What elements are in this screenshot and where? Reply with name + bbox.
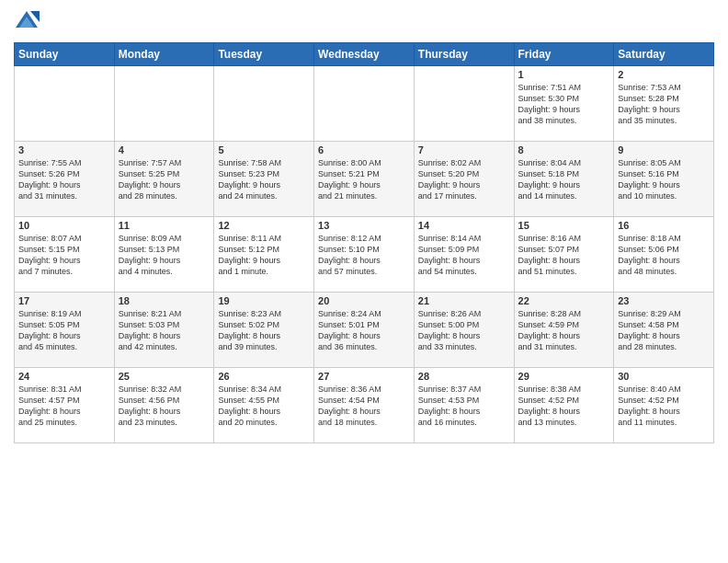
calendar-cell — [114, 66, 214, 142]
day-number: 26 — [218, 371, 310, 382]
calendar-cell: 29Sunrise: 8:38 AM Sunset: 4:52 PM Dayli… — [514, 368, 614, 443]
day-number: 15 — [518, 220, 610, 231]
calendar-cell: 1Sunrise: 7:51 AM Sunset: 5:30 PM Daylig… — [514, 66, 614, 142]
day-info: Sunrise: 8:23 AM Sunset: 5:02 PM Dayligh… — [218, 308, 310, 353]
day-number: 19 — [218, 295, 310, 306]
calendar-week-row: 3Sunrise: 7:55 AM Sunset: 5:26 PM Daylig… — [15, 142, 714, 217]
weekday-header: Thursday — [414, 43, 514, 66]
day-number: 4 — [119, 144, 210, 155]
calendar-cell: 4Sunrise: 7:57 AM Sunset: 5:25 PM Daylig… — [114, 142, 214, 217]
calendar-cell: 26Sunrise: 8:34 AM Sunset: 4:55 PM Dayli… — [214, 368, 314, 443]
calendar-cell: 12Sunrise: 8:11 AM Sunset: 5:12 PM Dayli… — [214, 217, 314, 293]
calendar-cell: 17Sunrise: 8:19 AM Sunset: 5:05 PM Dayli… — [15, 293, 115, 368]
calendar-cell: 24Sunrise: 8:31 AM Sunset: 4:57 PM Dayli… — [15, 368, 115, 443]
day-number: 7 — [418, 144, 510, 155]
calendar-cell: 8Sunrise: 8:04 AM Sunset: 5:18 PM Daylig… — [514, 142, 614, 217]
calendar-cell: 23Sunrise: 8:29 AM Sunset: 4:58 PM Dayli… — [614, 293, 714, 368]
weekday-header: Sunday — [15, 43, 115, 66]
day-number: 12 — [218, 220, 310, 231]
day-info: Sunrise: 7:53 AM Sunset: 5:28 PM Dayligh… — [618, 82, 710, 127]
day-number: 10 — [18, 220, 110, 231]
day-info: Sunrise: 8:00 AM Sunset: 5:21 PM Dayligh… — [318, 157, 410, 202]
calendar-cell — [314, 66, 415, 142]
calendar-cell: 9Sunrise: 8:05 AM Sunset: 5:16 PM Daylig… — [614, 142, 714, 217]
day-info: Sunrise: 7:51 AM Sunset: 5:30 PM Dayligh… — [518, 82, 610, 127]
day-number: 2 — [618, 69, 710, 80]
day-info: Sunrise: 8:24 AM Sunset: 5:01 PM Dayligh… — [318, 308, 410, 353]
day-number: 8 — [518, 144, 610, 155]
calendar-cell: 22Sunrise: 8:28 AM Sunset: 4:59 PM Dayli… — [514, 293, 614, 368]
calendar-cell: 21Sunrise: 8:26 AM Sunset: 5:00 PM Dayli… — [414, 293, 514, 368]
day-info: Sunrise: 8:07 AM Sunset: 5:15 PM Dayligh… — [18, 233, 110, 278]
calendar-cell: 15Sunrise: 8:16 AM Sunset: 5:07 PM Dayli… — [514, 217, 614, 293]
calendar-cell: 3Sunrise: 7:55 AM Sunset: 5:26 PM Daylig… — [15, 142, 115, 217]
day-info: Sunrise: 8:14 AM Sunset: 5:09 PM Dayligh… — [418, 233, 510, 278]
day-number: 16 — [618, 220, 710, 231]
calendar-week-row: 10Sunrise: 8:07 AM Sunset: 5:15 PM Dayli… — [15, 217, 714, 293]
day-number: 17 — [18, 295, 110, 306]
day-info: Sunrise: 8:18 AM Sunset: 5:06 PM Dayligh… — [618, 233, 710, 278]
calendar-cell: 7Sunrise: 8:02 AM Sunset: 5:20 PM Daylig… — [414, 142, 514, 217]
day-info: Sunrise: 8:26 AM Sunset: 5:00 PM Dayligh… — [418, 308, 510, 353]
day-number: 27 — [318, 371, 410, 382]
weekday-header: Saturday — [614, 43, 714, 66]
day-number: 29 — [518, 371, 610, 382]
logo — [14, 9, 43, 35]
day-info: Sunrise: 8:28 AM Sunset: 4:59 PM Dayligh… — [518, 308, 610, 353]
day-info: Sunrise: 8:21 AM Sunset: 5:03 PM Dayligh… — [119, 308, 210, 353]
calendar-cell: 25Sunrise: 8:32 AM Sunset: 4:56 PM Dayli… — [114, 368, 214, 443]
weekday-header-row: SundayMondayTuesdayWednesdayThursdayFrid… — [15, 43, 714, 66]
day-info: Sunrise: 8:19 AM Sunset: 5:05 PM Dayligh… — [18, 308, 110, 353]
day-number: 20 — [318, 295, 410, 306]
day-info: Sunrise: 8:40 AM Sunset: 4:52 PM Dayligh… — [618, 384, 710, 429]
weekday-header: Tuesday — [214, 43, 314, 66]
day-number: 30 — [618, 371, 710, 382]
day-number: 14 — [418, 220, 510, 231]
day-info: Sunrise: 7:55 AM Sunset: 5:26 PM Dayligh… — [18, 157, 110, 202]
day-info: Sunrise: 8:29 AM Sunset: 4:58 PM Dayligh… — [618, 308, 710, 353]
day-info: Sunrise: 8:34 AM Sunset: 4:55 PM Dayligh… — [218, 384, 310, 429]
calendar-cell — [15, 66, 115, 142]
calendar-cell — [214, 66, 314, 142]
day-info: Sunrise: 8:32 AM Sunset: 4:56 PM Dayligh… — [119, 384, 210, 429]
calendar-cell: 5Sunrise: 7:58 AM Sunset: 5:23 PM Daylig… — [214, 142, 314, 217]
day-number: 11 — [119, 220, 210, 231]
calendar-cell: 18Sunrise: 8:21 AM Sunset: 5:03 PM Dayli… — [114, 293, 214, 368]
day-info: Sunrise: 8:09 AM Sunset: 5:13 PM Dayligh… — [119, 233, 210, 278]
calendar-cell: 6Sunrise: 8:00 AM Sunset: 5:21 PM Daylig… — [314, 142, 415, 217]
day-info: Sunrise: 8:31 AM Sunset: 4:57 PM Dayligh… — [18, 384, 110, 429]
day-info: Sunrise: 8:05 AM Sunset: 5:16 PM Dayligh… — [618, 157, 710, 202]
day-info: Sunrise: 8:02 AM Sunset: 5:20 PM Dayligh… — [418, 157, 510, 202]
calendar-cell: 30Sunrise: 8:40 AM Sunset: 4:52 PM Dayli… — [614, 368, 714, 443]
calendar-cell: 13Sunrise: 8:12 AM Sunset: 5:10 PM Dayli… — [314, 217, 415, 293]
day-info: Sunrise: 8:37 AM Sunset: 4:53 PM Dayligh… — [418, 384, 510, 429]
day-info: Sunrise: 8:16 AM Sunset: 5:07 PM Dayligh… — [518, 233, 610, 278]
weekday-header: Wednesday — [314, 43, 415, 66]
day-number: 22 — [518, 295, 610, 306]
day-number: 3 — [18, 144, 110, 155]
calendar-cell: 27Sunrise: 8:36 AM Sunset: 4:54 PM Dayli… — [314, 368, 415, 443]
day-info: Sunrise: 8:11 AM Sunset: 5:12 PM Dayligh… — [218, 233, 310, 278]
weekday-header: Monday — [114, 43, 214, 66]
calendar-week-row: 24Sunrise: 8:31 AM Sunset: 4:57 PM Dayli… — [15, 368, 714, 443]
calendar-cell: 19Sunrise: 8:23 AM Sunset: 5:02 PM Dayli… — [214, 293, 314, 368]
header — [14, 9, 714, 35]
day-info: Sunrise: 8:38 AM Sunset: 4:52 PM Dayligh… — [518, 384, 610, 429]
day-number: 5 — [218, 144, 310, 155]
calendar-cell — [414, 66, 514, 142]
day-number: 6 — [318, 144, 410, 155]
calendar-cell: 10Sunrise: 8:07 AM Sunset: 5:15 PM Dayli… — [15, 217, 115, 293]
day-number: 24 — [18, 371, 110, 382]
calendar-cell: 11Sunrise: 8:09 AM Sunset: 5:13 PM Dayli… — [114, 217, 214, 293]
day-info: Sunrise: 7:58 AM Sunset: 5:23 PM Dayligh… — [218, 157, 310, 202]
calendar-week-row: 17Sunrise: 8:19 AM Sunset: 5:05 PM Dayli… — [15, 293, 714, 368]
day-info: Sunrise: 8:04 AM Sunset: 5:18 PM Dayligh… — [518, 157, 610, 202]
page: SundayMondayTuesdayWednesdayThursdayFrid… — [0, 0, 728, 563]
weekday-header: Friday — [514, 43, 614, 66]
day-info: Sunrise: 8:36 AM Sunset: 4:54 PM Dayligh… — [318, 384, 410, 429]
day-number: 18 — [119, 295, 210, 306]
calendar-cell: 2Sunrise: 7:53 AM Sunset: 5:28 PM Daylig… — [614, 66, 714, 142]
calendar-cell: 20Sunrise: 8:24 AM Sunset: 5:01 PM Dayli… — [314, 293, 415, 368]
calendar-cell: 16Sunrise: 8:18 AM Sunset: 5:06 PM Dayli… — [614, 217, 714, 293]
day-info: Sunrise: 7:57 AM Sunset: 5:25 PM Dayligh… — [119, 157, 210, 202]
